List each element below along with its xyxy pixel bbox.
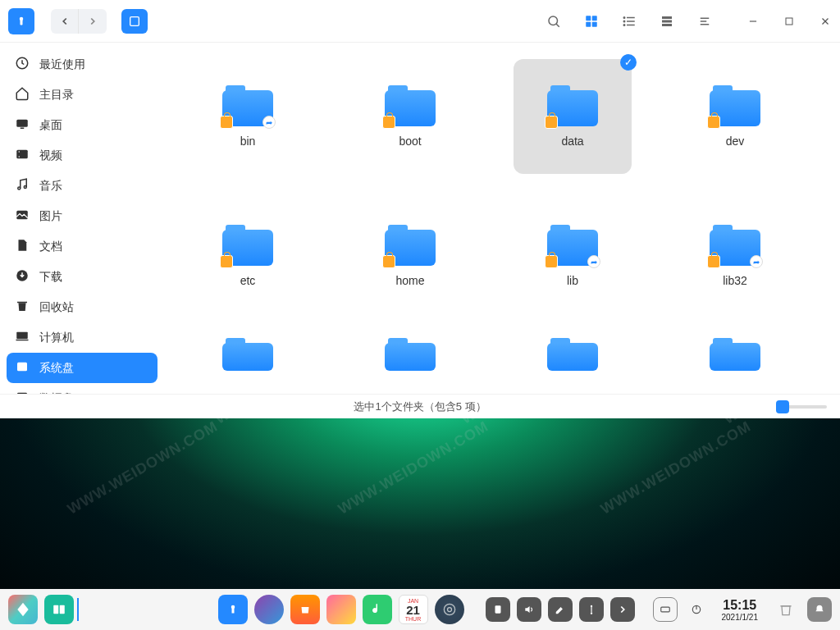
trash-icon (15, 299, 30, 316)
svg-rect-5 (586, 16, 591, 21)
svg-point-13 (623, 21, 625, 22)
taskbar-app-filemanager[interactable] (218, 595, 248, 624)
tray-power-icon[interactable] (684, 597, 709, 622)
view-grid-icon[interactable] (584, 14, 599, 29)
svg-rect-16 (662, 20, 672, 22)
minimize-button[interactable] (746, 16, 760, 27)
taskbar-app-photos[interactable] (326, 595, 356, 624)
taskbar-clock[interactable]: 15:15 2021/1/21 (722, 598, 759, 622)
taskbar-app-multitask[interactable] (44, 595, 74, 624)
svg-rect-7 (586, 21, 591, 26)
tray-more-icon[interactable] (610, 597, 635, 622)
folder-item[interactable] (189, 338, 307, 371)
folder-item[interactable]: ✓data (514, 59, 632, 174)
sidebar-item-8[interactable]: 回收站 (7, 292, 158, 322)
sidebar-item-9[interactable]: 计算机 (7, 322, 158, 353)
taskbar-app-music[interactable] (363, 595, 392, 624)
tray-keyboard-icon[interactable] (653, 597, 678, 622)
svg-rect-37 (16, 340, 29, 341)
sidebar: 最近使用主目录桌面视频音乐图片文档下载回收站计算机系统盘数据盘 (0, 43, 164, 394)
tray-notifications-icon[interactable] (807, 597, 832, 622)
back-button[interactable] (51, 9, 79, 34)
svg-rect-35 (17, 302, 27, 304)
folder-name: lib (567, 274, 578, 287)
folder-item[interactable]: dev (676, 59, 794, 174)
lock-icon (220, 255, 233, 268)
tray-clipboard-icon[interactable] (486, 597, 510, 622)
folder-item[interactable]: etc (189, 199, 307, 313)
lock-icon (220, 116, 233, 129)
sidebar-item-7[interactable]: 下载 (7, 262, 158, 292)
zoom-slider[interactable] (778, 405, 827, 409)
sidebar-item-label: 文档 (39, 240, 62, 254)
svg-rect-48 (495, 605, 500, 613)
taskbar-app-store[interactable] (290, 595, 320, 624)
svg-point-46 (444, 604, 454, 614)
statusbar: 选中1个文件夹（包含5 项） (0, 394, 840, 418)
svg-point-30 (19, 156, 21, 158)
folder-name: lib32 (723, 274, 747, 287)
app-icon[interactable] (8, 8, 34, 34)
folder-item[interactable]: boot (351, 59, 469, 174)
svg-point-32 (24, 186, 26, 189)
active-tab[interactable] (121, 9, 148, 34)
sidebar-item-5[interactable]: 图片 (7, 201, 158, 231)
tray-volume-icon[interactable] (517, 597, 541, 622)
sidebar-item-4[interactable]: 音乐 (7, 171, 158, 201)
tray-trash-icon[interactable] (771, 595, 801, 624)
svg-rect-6 (592, 16, 597, 21)
titlebar (0, 0, 840, 43)
svg-line-4 (556, 24, 559, 27)
svg-point-51 (590, 613, 591, 614)
sidebar-item-2[interactable]: 桌面 (7, 110, 158, 140)
tray-usb-icon[interactable] (579, 597, 604, 622)
close-button[interactable] (819, 16, 832, 27)
lock-icon (382, 116, 395, 129)
folder-item[interactable] (514, 338, 632, 371)
view-list-icon[interactable] (622, 14, 637, 29)
taskbar-app-settings[interactable] (435, 595, 464, 624)
download-icon (15, 268, 30, 285)
folder-item[interactable]: home (351, 199, 469, 313)
lock-icon (707, 255, 720, 268)
folder-name: data (561, 135, 583, 148)
forward-button[interactable] (79, 9, 107, 34)
svg-rect-43 (60, 605, 65, 614)
tray-edit-icon[interactable] (548, 597, 573, 622)
svg-point-29 (19, 151, 21, 153)
folder-item[interactable] (676, 338, 794, 371)
image-icon (15, 208, 30, 225)
launcher-button[interactable] (8, 595, 38, 624)
svg-rect-50 (591, 607, 591, 613)
sidebar-item-6[interactable]: 文档 (7, 231, 158, 262)
sidebar-item-label: 计算机 (39, 331, 74, 345)
sidebar-item-1[interactable]: 主目录 (7, 80, 158, 110)
menu-icon[interactable] (697, 14, 712, 29)
sidebar-item-11[interactable]: 数据盘 (7, 383, 158, 394)
file-manager-window: 最近使用主目录桌面视频音乐图片文档下载回收站计算机系统盘数据盘 ➦binboot… (0, 0, 840, 418)
view-column-icon[interactable] (660, 14, 674, 29)
desktop-icon (15, 116, 30, 134)
svg-rect-36 (16, 332, 28, 339)
sidebar-item-label: 主目录 (39, 88, 74, 103)
folder-item[interactable]: ➦bin (189, 59, 307, 174)
maximize-button[interactable] (783, 16, 796, 27)
status-text: 选中1个文件夹（包含5 项） (354, 399, 486, 414)
svg-rect-26 (16, 120, 28, 127)
clock-icon (15, 56, 30, 73)
svg-point-31 (18, 187, 21, 189)
folder-name: dev (726, 135, 745, 148)
folder-item[interactable] (351, 338, 469, 371)
sidebar-item-3[interactable]: 视频 (7, 140, 158, 171)
folder-icon (385, 225, 436, 266)
search-icon[interactable] (546, 14, 561, 29)
content-area[interactable]: ➦binboot✓datadevetchome➦lib➦lib32 (164, 43, 840, 394)
taskbar-app-calendar[interactable]: JAN 21 THUR (399, 595, 428, 624)
folder-item[interactable]: ➦lib (514, 199, 632, 313)
taskbar-app-browser[interactable] (254, 595, 284, 624)
folder-name: etc (240, 274, 256, 287)
sidebar-item-0[interactable]: 最近使用 (7, 49, 158, 80)
sidebar-item-10[interactable]: 系统盘 (7, 353, 158, 383)
folder-item[interactable]: ➦lib32 (676, 199, 794, 313)
sidebar-item-label: 音乐 (39, 179, 62, 194)
